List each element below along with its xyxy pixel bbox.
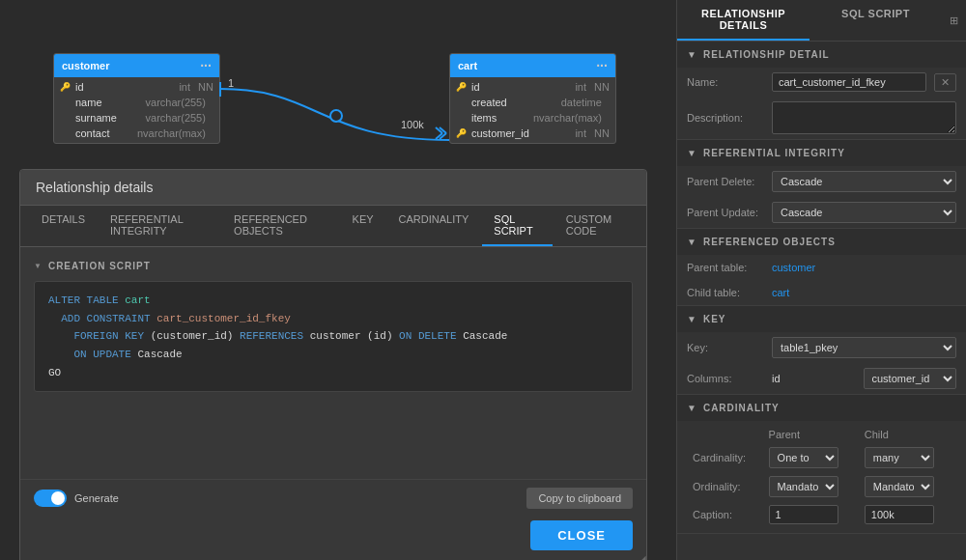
table-row: name varchar(255) [54, 95, 219, 110]
referenced-objects-header: ▼ REFERENCED OBJECTS [677, 229, 966, 255]
table-row: contact nvarchar(max) [54, 126, 219, 141]
key-row: Key: table1_pkey [677, 332, 966, 363]
tab-referential-integrity[interactable]: REFERENTIAL INTEGRITY [99, 206, 220, 246]
cart-table-menu[interactable]: ··· [596, 58, 608, 73]
relationship-detail-label: RELATIONSHIP DETAIL [703, 49, 830, 60]
collapse-icon: ▼ [687, 148, 697, 158]
description-label: Description: [687, 112, 764, 124]
diagram-area: customer ··· 🔑 id int NN name varchar(25… [0, 0, 676, 560]
relationship-details-modal: Relationship details DETAILS REFERENTIAL… [19, 169, 647, 560]
caption-child-input[interactable] [865, 505, 934, 524]
referential-integrity-header: ▼ REFERENTIAL INTEGRITY [677, 140, 966, 166]
right-panel-tabs: RELATIONSHIP DETAILS SQL SCRIPT ⊞ [677, 0, 966, 42]
tab-custom-code[interactable]: CUSTOM CODE [554, 206, 637, 246]
generate-label: Generate [74, 492, 119, 504]
name-clear-button[interactable]: ✕ [934, 73, 956, 92]
parent-update-row: Parent Update: Cascade Restrict Set Null… [677, 197, 966, 228]
columns-label: Columns: [687, 373, 764, 384]
modal-tabs: DETAILS REFERENTIAL INTEGRITY REFERENCED… [20, 206, 646, 247]
cardinality-parent-select[interactable]: One to Many to [769, 447, 838, 468]
cardinality-child-select[interactable]: many one [865, 447, 934, 468]
parent-delete-row: Parent Delete: Cascade Restrict Set Null… [677, 166, 966, 197]
close-button[interactable]: CLOSE [530, 520, 633, 550]
caption-label: Caption: [689, 502, 763, 527]
parent-delete-label: Parent Delete: [687, 176, 764, 187]
parent-table-row: Parent table: customer [677, 255, 966, 280]
tab-relationship-details[interactable]: RELATIONSHIP DETAILS [677, 0, 810, 41]
relationship-detail-section: ▼ RELATIONSHIP DETAIL Name: ✕ Descriptio… [677, 42, 966, 140]
modal-bottom-row: CLOSE [20, 520, 646, 560]
modal-body: ▼ CREATION SCRIPT ALTER TABLE cart ADD C… [20, 247, 646, 479]
cart-table[interactable]: cart ··· 🔑 id int NN created datetime it… [449, 53, 616, 144]
cart-table-header: cart ··· [450, 54, 615, 77]
ordinality-row: Ordinality: Mandatory Optional Mandatory… [689, 473, 954, 500]
child-table-link[interactable]: cart [772, 287, 789, 298]
tab-referenced-objects[interactable]: REFERENCED OBJECTS [222, 206, 338, 246]
modal-title: Relationship details [20, 170, 646, 206]
key-header: ▼ KEY [677, 306, 966, 332]
pk-icon: 🔑 [60, 82, 71, 92]
description-input[interactable] [772, 101, 956, 134]
tab-cardinality[interactable]: CARDINALITY [387, 206, 481, 246]
svg-line-3 [436, 127, 442, 133]
generate-toggle-switch[interactable] [34, 490, 67, 507]
collapse-icon: ▼ [687, 49, 697, 60]
svg-line-2 [440, 133, 446, 139]
parent-update-select[interactable]: Cascade Restrict Set Null No Action [772, 202, 956, 223]
pk-icon: 🔑 [456, 82, 468, 92]
customer-table-header: customer ··· [54, 54, 219, 77]
key-section: ▼ KEY Key: table1_pkey Columns: id custo… [677, 306, 966, 395]
ordinality-child-select[interactable]: Mandatory Optional [865, 476, 934, 497]
key-field-label: Key: [687, 342, 764, 353]
cardinality-header: ▼ CARDINALITY [677, 395, 966, 421]
collapse-icon: ▼ [687, 237, 697, 247]
customer-table-menu[interactable]: ··· [200, 58, 212, 73]
table-row: items nvarchar(max) [450, 110, 615, 126]
tab-details[interactable]: DETAILS [30, 206, 97, 246]
parent-update-label: Parent Update: [687, 207, 764, 218]
caption-parent-input[interactable] [769, 505, 838, 524]
columns-row: Columns: id customer_id [677, 363, 966, 394]
tab-sql-script[interactable]: SQL SCRIPT [482, 206, 552, 246]
referential-integrity-section: ▼ REFERENTIAL INTEGRITY Parent Delete: C… [677, 140, 966, 229]
resize-handle[interactable]: ◢ [635, 552, 646, 560]
caption-row: Caption: [689, 502, 954, 527]
tab-key[interactable]: KEY [341, 206, 385, 246]
parent-table-link[interactable]: customer [772, 262, 815, 273]
table-row: 🔑 id int NN [54, 79, 219, 95]
referenced-objects-label: REFERENCED OBJECTS [703, 237, 836, 247]
svg-line-4 [436, 133, 442, 139]
svg-line-1 [440, 127, 446, 133]
svg-point-5 [330, 110, 342, 122]
creation-script-section-header: ▼ CREATION SCRIPT [34, 261, 633, 271]
columns-right-select[interactable]: customer_id [864, 368, 957, 389]
child-col-header: Child [861, 427, 954, 442]
cardinality-table: Parent Child Cardinality: One to Many to [677, 421, 966, 533]
panel-layout-icon[interactable]: ⊞ [942, 0, 966, 41]
customer-table[interactable]: customer ··· 🔑 id int NN name varchar(25… [53, 53, 220, 144]
parent-col-header: Parent [765, 427, 859, 442]
copy-to-clipboard-button[interactable]: Copy to clipboard [526, 488, 633, 509]
tab-sql-script-panel[interactable]: SQL SCRIPT [810, 0, 942, 41]
parent-delete-select[interactable]: Cascade Restrict Set Null No Action [772, 171, 956, 192]
customer-table-title: customer [62, 60, 110, 71]
referenced-objects-section: ▼ REFERENCED OBJECTS Parent table: custo… [677, 229, 966, 306]
section-title: CREATION SCRIPT [48, 261, 151, 271]
toggle-icon: ▼ [34, 262, 43, 270]
table-row: 🔑 customer_id int NN [450, 126, 615, 141]
cardinality-field-label: Cardinality: [689, 444, 763, 471]
cart-table-title: cart [458, 60, 477, 71]
name-input[interactable] [772, 72, 926, 92]
key-select[interactable]: table1_pkey [772, 337, 956, 358]
table-row: surname varchar(255) [54, 110, 219, 126]
parent-table-label: Parent table: [687, 262, 764, 273]
customer-table-body: 🔑 id int NN name varchar(255) surname va… [54, 77, 219, 143]
referential-integrity-label: REFERENTIAL INTEGRITY [703, 148, 845, 158]
columns-left: id [772, 373, 856, 384]
relationship-detail-header: ▼ RELATIONSHIP DETAIL [677, 42, 966, 68]
key-label: KEY [703, 314, 726, 324]
table-row: 🔑 id int NN [450, 79, 615, 95]
ordinality-parent-select[interactable]: Mandatory Optional [769, 476, 838, 497]
description-row: Description: [677, 97, 966, 139]
collapse-icon: ▼ [687, 403, 697, 413]
